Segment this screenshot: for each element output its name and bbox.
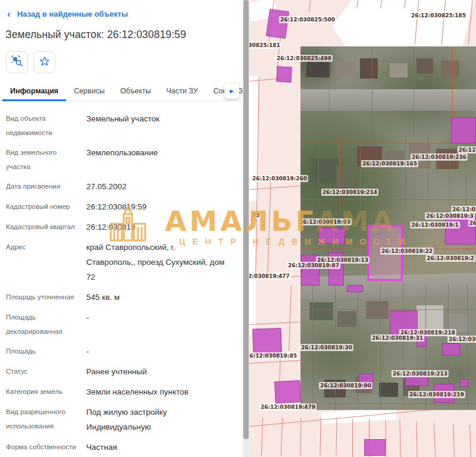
map-empty-area [332,0,474,48]
parcel-line [358,284,358,409]
parcel-line [467,284,468,409]
satellite-roof [416,305,443,329]
info-value: Землепользование [86,145,226,174]
parcel-label: 26:12:030819:93 [298,218,352,226]
building-footprint [442,343,460,355]
parcel-line [249,360,300,363]
road [300,89,476,111]
info-row: Категория земельЗемли населенных пунктов [6,384,239,399]
parcel-line [416,421,417,457]
object-select-zoom-icon [11,55,23,70]
info-value: 26:12:030819:59 [86,199,226,214]
parcel-line [453,424,455,457]
favorite-button[interactable] [33,51,55,73]
chevron-left-icon: ‹ [7,10,11,18]
parcel-line [434,422,436,457]
parcel-label: 26:12:030819:2 [425,255,475,262]
building-footprint [460,379,468,387]
tab-servisy[interactable]: Сервисы [66,81,112,101]
satellite-roof [311,158,339,183]
info-label: Адрес [6,240,82,284]
parcel-line [300,309,476,310]
info-value: Под жилую застройку Индивидуальную [86,405,226,434]
satellite-roof [360,58,378,79]
parcel-line [320,418,321,456]
info-value: 26:12:030819 [86,220,226,234]
parcel-line [318,136,319,207]
parcel-line [300,369,476,370]
info-row: Форма собственностиЧастная [6,440,239,455]
info-row: Вид разрешенного использованияПод жилую … [6,405,239,434]
info-value: Земли населенных пунктов [86,384,226,399]
parcel-label: 75 [251,212,261,219]
parcel-line [336,418,337,456]
parcel-line [403,284,403,409]
tab-obekty[interactable]: Объекты [112,81,159,101]
parcel-line [380,284,381,409]
parcel-line [469,425,471,457]
parcel-line [309,0,311,12]
info-value: - [86,344,226,359]
parcel-label: 26:12:030819:9 [447,336,476,343]
tab-chasti-zu[interactable]: Части ЗУ [158,81,205,101]
info-value: 545 кв. м [86,290,226,305]
show-on-map-button[interactable] [6,51,28,73]
parcel-label: 26:12:030819:30 [300,344,353,351]
building-footprint [266,9,289,39]
parcel-label: 26:12:030819:213 [392,370,449,377]
parcel-line [372,46,372,136]
parcel-line [300,199,476,200]
parcel-label: 26:12:030819:1 [410,221,460,228]
cadastral-map[interactable]: 26:12:030825:50026:12:030825:18530825:18… [249,0,476,457]
parcel-label: :12:030819:477 [249,273,291,280]
parcel-line [449,136,450,207]
tab-informacija[interactable]: Информация [2,81,66,101]
parcel-line [267,179,271,274]
back-link[interactable]: ‹ Назад в найденные объекты [7,10,128,18]
panel-scrollbar[interactable] [243,0,249,457]
info-label: Площадь [6,344,82,359]
satellite-roof [379,383,398,397]
info-row: Адрескрай Ставропольский, г. Ставрополь,… [6,240,239,284]
tabs-overflow-button[interactable]: ▶ [224,83,239,99]
info-row: Площадь уточненная545 кв. м [6,290,239,305]
satellite-roof [335,61,355,77]
building-footprint [274,380,301,403]
info-row: СтатусРанее учтенный [6,364,239,379]
parcel-label: 26:12:030825:500 [279,16,336,23]
scrollbar-thumb[interactable] [243,0,249,439]
parcel-line [405,136,406,207]
back-link-label: Назад в найденные объекты [17,10,128,18]
satellite-roof [309,302,333,320]
info-label: Вид земельного участка [6,145,82,174]
parcel-line [300,143,476,143]
building-footprint [276,66,292,82]
info-value: Частная [86,440,226,455]
satellite-roof [416,58,433,74]
parcel-label: 26:12:030825:499 [275,55,333,62]
info-label: Кадастровый квартал [6,220,82,234]
info-label: Дата присвоения [6,179,82,194]
building-footprint [347,285,363,292]
info-row: Дата присвоения27.05.2002 [6,179,239,194]
info-row: Вид объекта недвижимостиЗемельный участо… [6,111,239,140]
parcel-label: 26:12:030819:85 [249,352,298,359]
info-rows: Вид объекта недвижимостиЗемельный участо… [6,111,239,457]
info-label: Форма собственности [6,440,82,455]
building-footprint [318,227,346,245]
parcel-label: 26:12:030819:260 [251,175,308,182]
parcel-line [300,403,476,404]
info-value: Ранее учтенный [86,364,226,379]
info-row: Площадь декларированная- [6,310,239,339]
info-label: Площадь уточненная [6,290,82,305]
star-icon [39,55,51,70]
parcel-label: 26:12:030819:31 [371,334,424,342]
parcel-label: 26:12:030819:236 [411,154,468,161]
object-info-panel: ‹ Назад в найденные объекты Земельный уч… [0,0,243,457]
satellite-roof [337,311,356,327]
building-footprint [364,439,386,456]
parcel-label: 26:12:030819:214 [321,189,378,196]
satellite-roof [441,61,459,77]
info-label: Площадь декларированная [6,310,82,339]
parcel-line [352,419,353,457]
